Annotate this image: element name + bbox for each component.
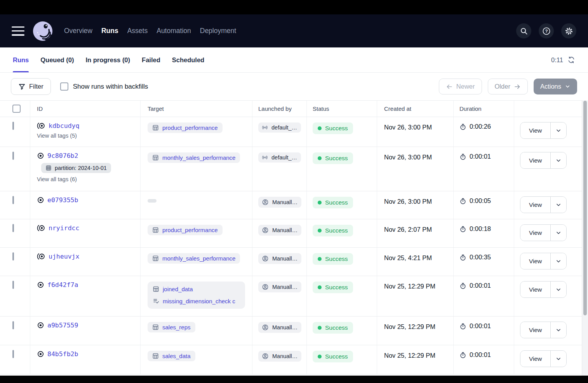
view-dropdown-button[interactable] [550,225,566,241]
nav-item-assets[interactable]: Assets [127,27,148,35]
view-dropdown-button[interactable] [550,197,566,213]
status-badge[interactable]: Success [313,253,353,265]
launched-by-chip[interactable]: default_… [258,122,301,133]
partition-tag[interactable]: partition: 2024-10-01 [41,163,111,173]
user-icon [262,324,269,331]
settings-button[interactable] [561,23,576,38]
run-id-link[interactable]: a9b57559 [47,322,78,329]
view-button[interactable]: View [520,282,550,297]
created-at-text: Nov 26, 3:00 PM [377,191,454,219]
refresh-button[interactable] [567,56,575,64]
sensor-icon [262,124,268,131]
svg-text:?: ? [545,29,548,33]
stopwatch-icon [459,254,466,261]
run-id-link[interactable]: f6d42f7a [47,281,78,289]
target-chip[interactable]: monthly_sales_performance [148,152,240,163]
view-all-tags-link[interactable]: View all tags (6) [37,176,135,182]
status-badge[interactable]: Success [313,282,353,293]
target-chip-group[interactable]: joined_datamissing_dimension_check c [148,282,245,309]
nav-item-automation[interactable]: Automation [157,27,191,35]
view-dropdown-button[interactable] [550,351,566,367]
row-checkbox[interactable] [12,350,14,358]
vertical-scrollbar[interactable] [582,100,588,376]
tab-runs[interactable]: Runs [13,47,29,72]
run-id-link[interactable]: 84b5fb2b [47,350,78,358]
run-id-link[interactable]: ujheuvjx [49,253,79,260]
target-chip[interactable]: sales_reps [148,322,195,332]
dagster-logo[interactable] [33,21,53,41]
status-dot [318,201,322,205]
status-badge[interactable]: Success [313,351,353,362]
row-checkbox[interactable] [12,252,14,261]
run-id-link[interactable]: 9c8076b2 [47,152,78,159]
view-button[interactable]: View [520,322,550,338]
row-checkbox[interactable] [12,281,14,289]
status-badge[interactable]: Success [313,197,353,208]
view-button[interactable]: View [520,225,550,241]
newer-button[interactable]: Newer [439,79,482,94]
show-backfills-checkbox[interactable] [60,82,68,91]
row-checkbox[interactable] [12,152,14,160]
launched-by-chip[interactable]: Manuall… [258,282,301,292]
view-all-tags-link[interactable]: View all tags (5) [37,133,135,139]
run-status-icon [37,281,44,289]
launched-by-chip[interactable]: Manuall… [258,253,301,264]
status-dot [318,257,322,261]
run-id-link[interactable]: nryirdcc [49,224,79,232]
help-button[interactable]: ? [539,23,554,38]
row-checkbox[interactable] [12,321,14,329]
view-dropdown-button[interactable] [550,322,566,338]
view-dropdown-button[interactable] [550,122,566,138]
table-row: nryirdcc product_performance Manuall… Su… [0,219,582,248]
stopwatch-icon [459,198,466,205]
status-badge[interactable]: Success [313,322,353,334]
filter-button[interactable]: Filter [11,78,51,95]
launched-by-chip[interactable]: Manuall… [258,322,301,333]
target-chip[interactable]: monthly_sales_performance [148,253,240,264]
view-dropdown-button[interactable] [550,253,566,269]
row-checkbox[interactable] [12,122,14,130]
status-badge[interactable]: Success [313,122,353,134]
view-button[interactable]: View [520,253,550,269]
scrollbar-thumb[interactable] [583,101,587,315]
nav-item-deployment[interactable]: Deployment [200,27,236,35]
status-dot [318,326,322,330]
nav-item-overview[interactable]: Overview [64,27,92,35]
older-button[interactable]: Older [488,79,528,94]
view-button[interactable]: View [520,351,550,367]
view-dropdown-button[interactable] [550,152,566,168]
launched-by-chip[interactable]: Manuall… [258,197,301,208]
view-split-button: View [520,350,567,367]
view-split-button: View [520,122,567,139]
run-id-link[interactable]: e079355b [47,196,78,204]
arrow-right-icon [514,83,521,90]
launched-by-chip[interactable]: Manuall… [258,225,301,236]
run-id-link[interactable]: kdbcudyq [49,122,79,129]
hamburger-menu-button[interactable] [12,26,24,36]
view-button[interactable]: View [520,152,550,168]
target-chip[interactable]: sales_data [148,351,195,361]
row-checkbox[interactable] [12,196,14,204]
created-at-text: Nov 25, 12:29 PM [377,317,454,345]
launched-by-chip[interactable]: Manuall… [258,351,301,362]
status-badge[interactable]: Success [313,225,353,236]
tab-queued[interactable]: Queued (0) [40,47,74,72]
tab-in-progress[interactable]: In progress (0) [85,47,130,72]
nav-item-runs[interactable]: Runs [101,27,118,35]
duration-cell: 0:00:01 [454,276,514,316]
row-checkbox[interactable] [12,224,14,232]
view-dropdown-button[interactable] [550,282,566,297]
tab-failed[interactable]: Failed [142,47,160,72]
launched-by-chip[interactable]: default_… [258,152,301,163]
target-chip[interactable]: product_performance [148,225,223,235]
view-button[interactable]: View [520,122,550,138]
chevron-down-icon [555,258,562,264]
view-button[interactable]: View [520,197,550,213]
tab-scheduled[interactable]: Scheduled [172,47,204,72]
actions-button[interactable]: Actions [534,79,577,94]
search-button[interactable] [516,23,531,38]
primary-nav: Overview Runs Assets Automation Deployme… [64,27,245,35]
select-all-checkbox[interactable] [12,105,21,113]
status-badge[interactable]: Success [313,152,353,164]
target-chip[interactable]: product_performance [148,122,223,133]
